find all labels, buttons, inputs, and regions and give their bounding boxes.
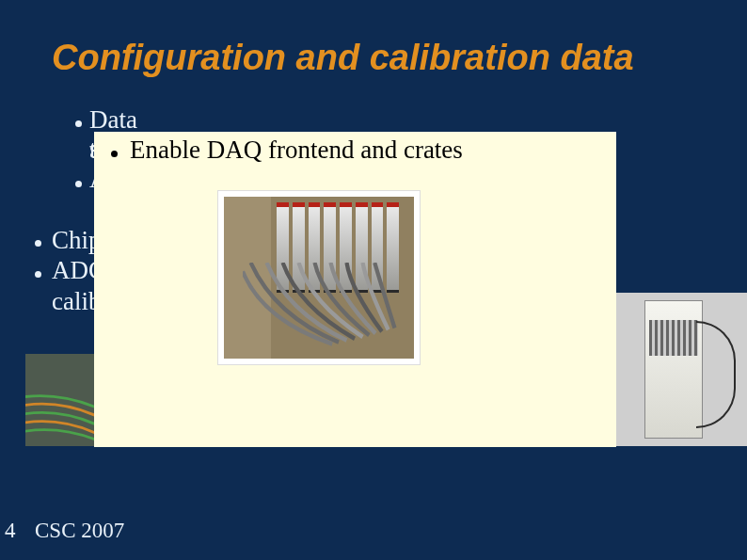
bullet-icon [75,181,82,187]
slide-title: Configuration and calibration data [52,38,634,78]
slide: Configuration and calibration data Data … [0,0,747,560]
rack-photo-right [616,293,747,446]
bullet-icon [35,271,41,278]
bullet-icon [75,120,82,127]
bullet-icon [111,151,118,157]
overlay-text: Enable DAQ frontend and crates [130,136,463,165]
footer-text: CSC 2007 [35,519,124,543]
daq-crate-photo [218,191,420,364]
page-number: 4 [5,519,16,543]
cables-photo-left [25,354,94,446]
bullet-icon [35,240,41,247]
